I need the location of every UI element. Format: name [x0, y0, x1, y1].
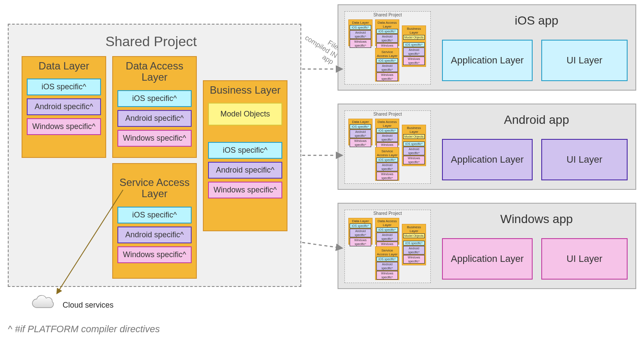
windows-mini-service-title: Service Access Layer: [376, 249, 399, 256]
windows-mini-data-android: Android specific^: [350, 229, 371, 237]
android-mini-business-windows: Windows specific^: [403, 156, 425, 164]
ios-mini-data-android: Android specific^: [350, 30, 371, 39]
data-layer-title: Data Layer: [22, 60, 105, 72]
ios-mini-access-title: Data Access Layer: [376, 21, 399, 28]
cloud-icon: [29, 295, 57, 312]
android-mini-business-android: Android specific^: [403, 147, 425, 155]
windows-mini-data-windows: Windows specific^: [350, 238, 371, 246]
data-layer-box: Data Layer iOS specific^ Android specifi…: [22, 56, 106, 158]
ios-mini-service-android: Android specific^: [376, 63, 398, 72]
service-access-ios-chip: iOS specific^: [117, 207, 192, 223]
windows-mini-service-ios: iOS specific^: [376, 257, 398, 261]
data-access-windows-chip: Windows specific^: [117, 130, 192, 147]
files-compiled-note: Files compiled IN app: [298, 26, 343, 66]
business-windows-chip: Windows specific^: [208, 182, 282, 198]
android-mini-service-title: Service Access Layer: [376, 149, 399, 157]
windows-mini-business: Business Layer Model Objects iOS specifi…: [402, 224, 426, 265]
service-access-layer-box: Service Access Layer iOS specific^ Andro…: [112, 163, 197, 279]
ios-mini-access: Data Access Layer iOS specific^ Android …: [375, 19, 399, 46]
android-mini-business-model: Model Objects: [403, 134, 425, 139]
ios-mini-shared: Shared Project Data Layer iOS specific^ …: [344, 11, 431, 85]
windows-mini-access: Data Access Layer iOS specific^ Android …: [375, 218, 399, 245]
ios-app-title: iOS app: [442, 14, 631, 28]
android-app-title: Android app: [442, 113, 631, 127]
windows-mini-data-title: Data Layer: [349, 219, 372, 223]
android-mini-service-windows: Windows specific^: [376, 172, 398, 180]
ios-mini-business-model: Model Objects: [403, 35, 425, 40]
ios-mini-access-android: Android specific^: [376, 34, 398, 43]
windows-mini-service-windows: Windows specific^: [376, 271, 398, 280]
model-objects-chip: Model Objects: [208, 103, 282, 126]
ios-mini-data-windows: Windows specific^: [350, 39, 371, 48]
ios-app-panel: Shared Project Data Layer iOS specific^ …: [338, 4, 636, 91]
windows-mini-business-ios: iOS specific^: [403, 241, 425, 245]
android-mini-service-android: Android specific^: [376, 163, 398, 171]
android-mini-access-ios: iOS specific^: [376, 128, 398, 133]
android-mini-data-ios: iOS specific^: [350, 124, 371, 129]
android-mini-business-title: Business Layer: [402, 126, 426, 134]
ios-mini-business: Business Layer Model Objects iOS specifi…: [402, 25, 426, 67]
data-access-ios-chip: iOS specific^: [117, 90, 192, 107]
windows-mini-service: Service Access Layer iOS specific^ Andro…: [375, 246, 399, 280]
android-mini-access: Data Access Layer iOS specific^ Android …: [375, 119, 399, 145]
windows-mini-business-model: Model Objects: [403, 233, 425, 238]
windows-ui-layer: UI Layer: [541, 238, 628, 280]
data-layer-android-chip: Android specific^: [27, 98, 101, 115]
windows-app-panel: Shared Project Data Layer iOS specific^ …: [338, 203, 636, 289]
ios-mini-title: Shared Project: [345, 13, 430, 17]
data-layer-ios-chip: iOS specific^: [27, 79, 101, 95]
ios-mini-business-ios: iOS specific^: [403, 42, 425, 47]
ios-mini-data: Data Layer iOS specific^ Android specifi…: [348, 19, 373, 46]
windows-mini-access-ios: iOS specific^: [376, 227, 398, 232]
service-access-layer-title: Service Access Layer: [113, 177, 196, 200]
business-android-chip: Android specific^: [208, 162, 282, 179]
windows-mini-access-android: Android specific^: [376, 233, 398, 241]
android-mini-access-title: Data Access Layer: [376, 120, 399, 128]
ios-mini-data-title: Data Layer: [349, 21, 372, 25]
android-mini-business-ios: iOS specific^: [403, 142, 425, 146]
ios-mini-data-ios: iOS specific^: [350, 25, 371, 30]
data-layer-windows-chip: Windows specific^: [27, 118, 101, 135]
service-access-android-chip: Android specific^: [117, 227, 192, 243]
cloud-label: Cloud services: [63, 301, 114, 310]
ios-mini-business-title: Business Layer: [402, 27, 426, 35]
android-mini-data-android: Android specific^: [350, 129, 371, 138]
business-layer-title: Business Layer: [204, 85, 287, 96]
business-ios-chip: iOS specific^: [208, 142, 282, 159]
android-mini-service: Service Access Layer iOS specific^ Andro…: [375, 147, 399, 181]
windows-mini-data-ios: iOS specific^: [350, 223, 371, 228]
business-layer-box: Business Layer Model Objects iOS specifi…: [203, 80, 287, 231]
shared-project-title: Shared Project: [105, 34, 197, 50]
android-app-panel: Shared Project Data Layer iOS specific^ …: [338, 104, 636, 190]
windows-mini-service-android: Android specific^: [376, 262, 398, 271]
android-mini-data-windows: Windows specific^: [350, 138, 371, 147]
android-mini-business: Business Layer Model Objects iOS specifi…: [402, 125, 426, 166]
windows-application-layer: Application Layer: [442, 238, 533, 280]
windows-app-title: Windows app: [442, 212, 631, 226]
android-mini-shared: Shared Project Data Layer iOS specific^ …: [344, 110, 431, 184]
data-access-layer-title: Data Access Layer: [113, 60, 196, 83]
data-access-android-chip: Android specific^: [117, 110, 192, 127]
ios-mini-service-windows: Windows specific^: [376, 72, 398, 81]
ios-application-layer: Application Layer: [442, 40, 533, 81]
android-mini-data-title: Data Layer: [349, 120, 372, 124]
ios-mini-service: Service Access Layer iOS specific^ Andro…: [375, 48, 399, 82]
ios-mini-business-windows: Windows specific^: [403, 57, 425, 65]
android-mini-access-android: Android specific^: [376, 133, 398, 142]
android-mini-service-ios: iOS specific^: [376, 157, 398, 162]
footnote: ^ #if PLATFORM compiler directives: [8, 324, 160, 335]
windows-mini-business-android: Android specific^: [403, 246, 425, 255]
android-mini-title: Shared Project: [345, 112, 430, 116]
windows-mini-shared: Shared Project Data Layer iOS specific^ …: [344, 210, 431, 283]
windows-mini-business-windows: Windows specific^: [403, 255, 425, 264]
windows-mini-access-title: Data Access Layer: [376, 219, 399, 227]
ios-mini-service-ios: iOS specific^: [376, 58, 398, 63]
ios-ui-layer: UI Layer: [541, 40, 628, 81]
arrow-to-windows: [302, 242, 342, 248]
service-access-windows-chip: Windows specific^: [117, 246, 192, 263]
ios-mini-access-ios: iOS specific^: [376, 29, 398, 34]
windows-mini-business-title: Business Layer: [402, 225, 426, 233]
ios-mini-service-title: Service Access Layer: [376, 50, 399, 58]
ios-mini-business-android: Android specific^: [403, 47, 425, 56]
windows-mini-title: Shared Project: [345, 211, 430, 216]
